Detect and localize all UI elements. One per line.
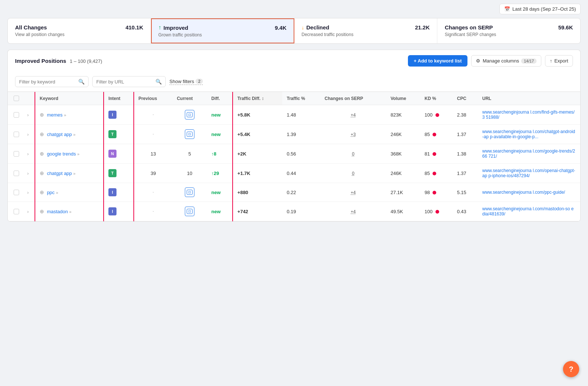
add-keyword-icon[interactable]: ⊕ xyxy=(40,189,44,195)
row-keyword[interactable]: ⊕ chatgpt app » xyxy=(35,125,104,144)
serp-change-value: +4 xyxy=(351,209,356,214)
expand-button[interactable]: › xyxy=(26,151,30,157)
previous-dot: · xyxy=(153,208,154,214)
serp-change-value: 0 xyxy=(352,151,355,157)
th-select-all[interactable] xyxy=(8,92,21,105)
row-volume: 823K xyxy=(386,105,420,125)
url-link[interactable]: www.searchenginejourna l.com/openai-chat… xyxy=(482,168,575,178)
row-url[interactable]: www.searchenginejourna l.com/chatgpt-and… xyxy=(478,125,580,144)
row-url[interactable]: www.searchenginejourna l.com/mastodon-so… xyxy=(478,202,580,221)
expand-button[interactable]: › xyxy=(26,131,30,138)
url-filter-box[interactable]: 🔍 xyxy=(92,76,166,87)
row-checkbox[interactable] xyxy=(14,151,19,157)
row-checkbox-cell[interactable] xyxy=(8,125,21,144)
row-expand-cell[interactable]: › xyxy=(21,202,35,221)
th-volume[interactable]: Volume xyxy=(386,92,420,105)
row-keyword[interactable]: ⊕ memes » xyxy=(35,105,104,125)
row-checkbox[interactable] xyxy=(14,209,19,214)
card-all-changes[interactable]: All Changes 410.1K View all position cha… xyxy=(8,18,151,43)
select-all-checkbox[interactable] xyxy=(14,96,19,101)
row-traffic-diff: +2K xyxy=(233,144,282,164)
add-keyword-icon[interactable]: ⊕ xyxy=(40,151,44,157)
keyword-text[interactable]: chatgpt app xyxy=(47,171,72,176)
row-url[interactable]: www.searchenginejourna l.com/google-tren… xyxy=(478,144,580,164)
keyword-arrow: » xyxy=(73,171,75,176)
url-link[interactable]: www.searchenginejourna l.com/google-tren… xyxy=(482,149,575,159)
keyword-text[interactable]: mastadon xyxy=(47,209,68,214)
add-keyword-icon[interactable]: ⊕ xyxy=(40,208,44,214)
row-diff: new xyxy=(207,105,233,125)
row-checkbox-cell[interactable] xyxy=(8,144,21,164)
th-cpc[interactable]: CPC xyxy=(452,92,478,105)
th-current[interactable]: Current xyxy=(172,92,207,105)
row-checkbox-cell[interactable] xyxy=(8,202,21,221)
expand-button[interactable]: › xyxy=(26,112,30,118)
row-serp-changes: 0 xyxy=(320,164,386,183)
th-diff[interactable]: Diff. xyxy=(207,92,233,105)
row-keyword[interactable]: ⊕ chatgpt app » xyxy=(35,164,104,183)
th-kd[interactable]: KD % xyxy=(420,92,452,105)
manage-columns-button[interactable]: ⚙ Manage columns 14/17 xyxy=(471,55,541,67)
row-checkbox[interactable] xyxy=(14,171,19,176)
row-checkbox[interactable] xyxy=(14,132,19,137)
row-url[interactable]: www.searchenginjourna l.com/find-gifs-me… xyxy=(478,105,580,125)
row-traffic-pct: 1.48 xyxy=(282,105,320,125)
keyword-arrow: » xyxy=(64,113,66,117)
url-link[interactable]: www.searchenginejourna l.com/chatgpt-and… xyxy=(482,129,575,139)
add-keyword-icon[interactable]: ⊕ xyxy=(40,170,44,176)
card-declined[interactable]: ↓ Declined 21.2K Decreased traffic posit… xyxy=(294,18,438,43)
row-url[interactable]: www.searchenginejourna l.com/ppc-guide/ xyxy=(478,183,580,202)
show-filters-button[interactable]: Show filters 2 xyxy=(169,79,203,85)
row-checkbox[interactable] xyxy=(14,112,19,118)
row-intent: I xyxy=(104,105,134,125)
traffic-diff-value: +5.4K xyxy=(237,132,250,137)
kd-indicator xyxy=(433,172,436,175)
th-traffic-diff[interactable]: Traffic Diff. ↕ xyxy=(233,92,282,105)
keyword-text[interactable]: ppc xyxy=(47,190,55,195)
url-link[interactable]: www.searchenginejourna l.com/mastodon-so… xyxy=(482,206,574,217)
url-link[interactable]: www.searchenginjourna l.com/find-gifs-me… xyxy=(482,110,574,120)
row-checkbox[interactable] xyxy=(14,190,19,195)
card-changes-on-serp[interactable]: Changes on SERP 59.6K Significant SERP c… xyxy=(437,18,580,43)
section-title-area: Improved Positions 1 – 100 (9,427) xyxy=(15,58,102,64)
row-url[interactable]: www.searchenginejourna l.com/openai-chat… xyxy=(478,164,580,183)
add-to-keyword-list-button[interactable]: + Add to keyword list xyxy=(408,55,468,67)
expand-button[interactable]: › xyxy=(26,208,30,215)
row-checkbox-cell[interactable] xyxy=(8,105,21,125)
row-keyword[interactable]: ⊕ mastadon » xyxy=(35,202,104,221)
export-button[interactable]: ↑ Export xyxy=(545,55,573,67)
date-range-label: Last 28 days (Sep 27–Oct 25) xyxy=(512,6,576,12)
add-keyword-icon[interactable]: ⊕ xyxy=(40,112,44,118)
row-expand-cell[interactable]: › xyxy=(21,164,35,183)
expand-button[interactable]: › xyxy=(26,189,30,196)
row-checkbox-cell[interactable] xyxy=(8,183,21,202)
url-link[interactable]: www.searchenginejourna l.com/ppc-guide/ xyxy=(482,190,565,195)
date-range-picker[interactable]: 📅 Last 28 days (Sep 27–Oct 25) xyxy=(499,4,581,14)
section-header: Improved Positions 1 – 100 (9,427) + Add… xyxy=(7,50,581,72)
traffic-diff-value: +1.7K xyxy=(237,171,250,176)
keyword-filter-box[interactable]: 🔍 xyxy=(15,76,89,87)
row-keyword[interactable]: ⊕ ppc » xyxy=(35,183,104,202)
keyword-text[interactable]: chatgpt app xyxy=(47,132,72,137)
th-traffic-pct[interactable]: Traffic % xyxy=(282,92,320,105)
row-expand-cell[interactable]: › xyxy=(21,183,35,202)
keyword-text[interactable]: memes xyxy=(47,112,63,118)
row-expand-cell[interactable]: › xyxy=(21,144,35,164)
keyword-filter-input[interactable] xyxy=(19,79,76,85)
row-expand-cell[interactable]: › xyxy=(21,125,35,144)
card-improved[interactable]: ↑ Improved 9.4K Grown traffic positions xyxy=(151,18,294,43)
add-keyword-icon[interactable]: ⊕ xyxy=(40,131,44,137)
row-expand-cell[interactable]: › xyxy=(21,105,35,125)
row-checkbox-cell[interactable] xyxy=(8,164,21,183)
th-keyword[interactable]: Keyword xyxy=(35,92,104,105)
expand-button[interactable]: › xyxy=(26,170,30,177)
url-filter-input[interactable] xyxy=(96,79,153,85)
th-previous[interactable]: Previous xyxy=(134,92,172,105)
row-intent: I xyxy=(104,202,134,221)
row-intent: T xyxy=(104,125,134,144)
row-intent: N xyxy=(104,144,134,164)
keyword-text[interactable]: google trends xyxy=(47,151,76,157)
row-keyword[interactable]: ⊕ google trends » xyxy=(35,144,104,164)
kd-indicator xyxy=(435,210,439,214)
cards-row: All Changes 410.1K View all position cha… xyxy=(7,18,581,44)
